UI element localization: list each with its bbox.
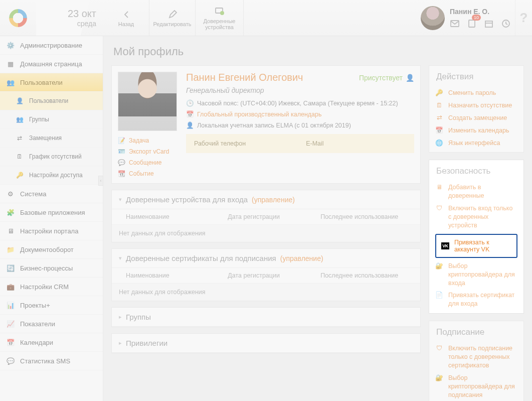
- nav-users[interactable]: 👥 Пользователи: [0, 73, 103, 92]
- chip-icon: 🔐: [435, 262, 443, 271]
- trusted-devices-label: Доверенные устройства: [198, 18, 241, 30]
- sidebar-collapse[interactable]: ‹: [98, 176, 103, 186]
- quick-vcard-label: Экспорт vCard: [129, 148, 169, 155]
- quick-vcard[interactable]: 🪪Экспорт vCard: [118, 148, 178, 155]
- devices-header[interactable]: ▾ Доверенные устройства для входа (управ…: [112, 190, 420, 209]
- back-button-label: Назад: [118, 21, 134, 27]
- key-icon: 🔑: [435, 89, 443, 97]
- sms-icon: 💬: [6, 356, 15, 365]
- quick-task[interactable]: 📝Задача: [118, 137, 178, 144]
- groups-title: Группы: [126, 313, 151, 321]
- signing-only-trusted-certs[interactable]: 🛡Включить подписание только с доверенных…: [435, 344, 517, 370]
- nav-baseapps[interactable]: 🧩 Базовые приложения: [0, 203, 103, 222]
- notification-icon[interactable]: 10: [467, 19, 477, 29]
- nav-crm[interactable]: 💼 Настройки CRM: [0, 278, 103, 296]
- quick-event-label: Событие: [129, 170, 154, 177]
- security-bind-cert-label: Привязать сертификат для входа: [448, 291, 517, 308]
- nav-kpi[interactable]: 📈 Показатели: [0, 315, 103, 333]
- section-privs: ▸ Привилегии: [111, 333, 421, 353]
- nav-home[interactable]: ▦ Домашняя страница: [0, 55, 103, 73]
- certificate-icon: 📄: [435, 291, 443, 300]
- avatar: [421, 6, 445, 30]
- certs-title: Доверенные сертификаты для подписания: [126, 254, 276, 262]
- security-crypto-login-label: Выбор криптопровайдера для входа: [448, 262, 517, 288]
- nav-docs[interactable]: 📁 Документооборот: [0, 240, 103, 259]
- signing-only-trusted-label: Включить подписание только с доверенных …: [448, 344, 517, 370]
- nav-users-subst[interactable]: ⇄ Замещения: [0, 129, 103, 148]
- certs-header[interactable]: ▾ Доверенные сертификаты для подписания …: [112, 249, 420, 268]
- security-vk-label: Привязать к аккаунту VK: [454, 239, 511, 253]
- tiles-icon: ▦: [6, 59, 15, 68]
- nav-bp[interactable]: 🔄 Бизнес-процессы: [0, 259, 103, 278]
- security-bind-cert[interactable]: 📄Привязать сертификат для входа: [435, 291, 517, 308]
- notification-badge: 10: [472, 15, 481, 21]
- mail-icon[interactable]: [450, 19, 460, 29]
- nav-users-users[interactable]: 👤 Пользователи: [0, 92, 103, 110]
- security-crypto-login[interactable]: 🔐Выбор криптопровайдера для входа: [435, 262, 517, 288]
- section-devices: ▾ Доверенные устройства для входа (управ…: [111, 190, 421, 242]
- clock-icon[interactable]: [501, 19, 511, 29]
- nav-users-users-label: Пользователи: [29, 97, 68, 104]
- nav-admin[interactable]: ⚙️ Администрирование: [0, 36, 103, 55]
- action-create-subst[interactable]: ⇄Создать замещение: [435, 114, 517, 122]
- presence-icon: 👤: [406, 74, 414, 82]
- action-absence-label: Назначить отсутствие: [448, 101, 512, 110]
- profile-card: 📝Задача 🪪Экспорт vCard 💬Сообщение 📆Событ…: [111, 65, 421, 184]
- key-icon: 🔑: [15, 171, 24, 180]
- action-subst-label: Создать замещение: [448, 114, 507, 122]
- svg-rect-4: [485, 21, 492, 27]
- quick-event[interactable]: 📆Событие: [118, 170, 178, 177]
- app-logo[interactable]: [0, 0, 36, 36]
- portal-icon: 🖥: [6, 226, 15, 235]
- trusted-devices-button[interactable]: Доверенные устройства: [196, 0, 244, 36]
- panel-security: Безопасность 🖥Добавить в доверенные 🛡Вкл…: [429, 160, 524, 314]
- devices-manage-link[interactable]: (управление): [252, 196, 295, 204]
- calendar-icon[interactable]: [484, 19, 494, 29]
- help-button[interactable]: ?: [515, 0, 532, 36]
- edit-button[interactable]: Редактировать: [149, 0, 196, 36]
- back-button[interactable]: Назад: [103, 0, 149, 36]
- security-only-trusted[interactable]: 🛡Включить вход только с доверенных устро…: [435, 204, 517, 230]
- page-title: Мой профиль: [113, 45, 524, 58]
- nav-sms[interactable]: 💬 Статистика SMS: [0, 352, 103, 370]
- groups-header[interactable]: ▸ Группы: [112, 308, 420, 327]
- contact-box: Рабочий телефон E-Mail: [186, 134, 414, 153]
- globe-icon: 🌐: [435, 139, 443, 148]
- action-language[interactable]: 🌐Язык интерфейса: [435, 139, 517, 148]
- email-label: E-Mail: [306, 140, 323, 147]
- profile-tz: Часовой пояс: (UTC+04:00) Ижевск, Самара…: [197, 100, 398, 107]
- chip-icon: 🔐: [435, 374, 443, 382]
- action-change-password[interactable]: 🔑Сменить пароль: [435, 89, 517, 97]
- action-set-absence[interactable]: 🗓Назначить отсутствие: [435, 101, 517, 110]
- svg-rect-3: [469, 20, 475, 27]
- profile-center: 📝Задача 🪪Экспорт vCard 💬Сообщение 📆Событ…: [111, 65, 421, 353]
- profile-calendar[interactable]: Глобальный производственный календарь: [197, 111, 322, 118]
- nav-users-access[interactable]: 🔑 Настройки доступа: [0, 166, 103, 185]
- section-certs: ▾ Доверенные сертификаты для подписания …: [111, 248, 421, 301]
- logo-icon: [9, 9, 27, 27]
- pencil-icon: [167, 9, 178, 20]
- quick-message[interactable]: 💬Сообщение: [118, 159, 178, 166]
- calendar-icon: 📅: [435, 126, 443, 135]
- vcard-icon: 🪪: [118, 148, 125, 155]
- certs-manage-link[interactable]: (управление): [280, 254, 323, 262]
- privs-header[interactable]: ▸ Привилегии: [112, 334, 420, 353]
- chevron-right-icon: ▸: [119, 314, 122, 320]
- signing-crypto[interactable]: 🔐Выбор криптопровайдера для подписания: [435, 374, 517, 399]
- action-lang-label: Язык интерфейса: [448, 139, 500, 148]
- security-only-trusted-label: Включить вход только с доверенных устрой…: [448, 204, 517, 230]
- svg-point-1: [220, 11, 224, 15]
- nav-users-absence[interactable]: 🗓 График отсутствий: [0, 148, 103, 166]
- header-user[interactable]: Панин Е. О. 10: [421, 0, 515, 36]
- nav-system[interactable]: ⚙ Система: [0, 185, 103, 203]
- nav-users-groups[interactable]: 👥 Группы: [0, 110, 103, 129]
- presence-badge: Присутствует 👤: [359, 74, 414, 82]
- security-add-trusted[interactable]: 🖥Добавить в доверенные: [435, 183, 517, 200]
- security-bind-vk[interactable]: Привязать к аккаунту VK: [435, 234, 517, 258]
- nav-calendars[interactable]: 📅 Календари: [0, 333, 103, 352]
- nav-bp-label: Бизнес-процессы: [20, 264, 73, 272]
- nav-portal[interactable]: 🖥 Настройки портала: [0, 222, 103, 240]
- action-edit-calendar[interactable]: 📅Изменить календарь: [435, 126, 517, 135]
- app-header: 23 окт среда Назад Редактировать Доверен…: [0, 0, 532, 36]
- nav-projects[interactable]: 📊 Проекты+: [0, 296, 103, 315]
